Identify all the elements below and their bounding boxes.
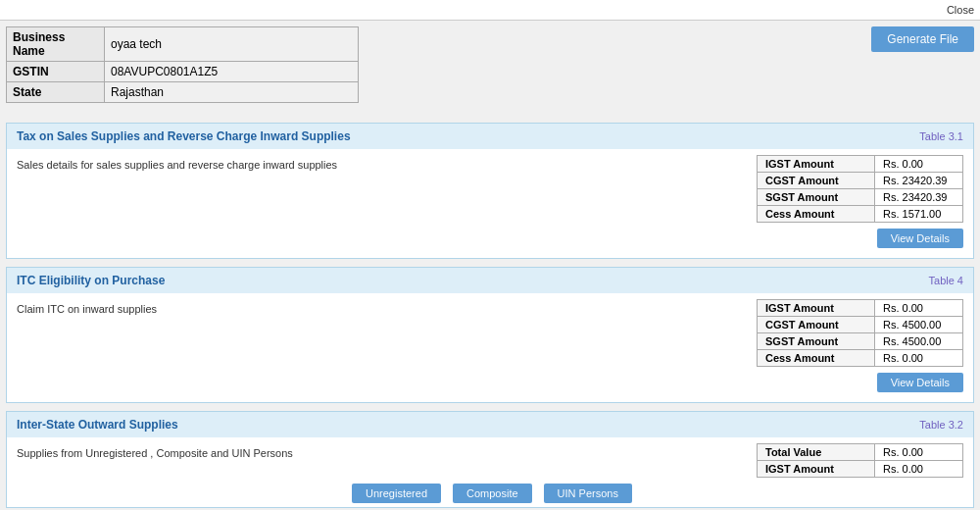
amount-label: SGST Amount (758, 333, 875, 350)
view-details-itc[interactable]: View Details (877, 373, 963, 392)
amount-label: Total Value (758, 444, 875, 461)
biz-label: GSTIN (7, 62, 105, 82)
amount-value: Rs. 0.00 (875, 300, 963, 317)
section-body-inter-state-outward: Supplies from Unregistered , Composite a… (7, 437, 973, 507)
amount-table-inter-state-outward: Total ValueRs. 0.00IGST AmountRs. 0.00 (757, 443, 963, 478)
section-desc-inter-state-outward: Supplies from Unregistered , Composite a… (17, 443, 293, 459)
section-title-inter-state-outward: Inter-State Outward Supplies (17, 418, 178, 432)
section-right-tax-sales: IGST AmountRs. 0.00CGST AmountRs. 23420.… (757, 155, 963, 248)
amount-label: SGST Amount (758, 189, 875, 206)
biz-label: Business Name (7, 27, 105, 62)
amount-label: Cess Amount (758, 206, 875, 223)
amount-value: Rs. 0.00 (875, 444, 963, 461)
amount-value: Rs. 4500.00 (875, 317, 963, 333)
amount-value: Rs. 1571.00 (875, 206, 963, 223)
amount-label: IGST Amount (758, 461, 875, 478)
section-header-itc-eligibility: ITC Eligibility on PurchaseTable 4 (7, 268, 973, 293)
close-button[interactable]: Close (947, 4, 974, 16)
view-details-tax-sales[interactable]: View Details (877, 229, 963, 248)
composite-btn[interactable]: Composite (453, 484, 532, 503)
amount-label: IGST Amount (758, 300, 875, 317)
section-desc-tax-sales: Sales details for sales supplies and rev… (17, 155, 337, 171)
amount-label: CGST Amount (758, 173, 875, 189)
section-right-itc-eligibility: IGST AmountRs. 0.00CGST AmountRs. 4500.0… (757, 299, 963, 392)
biz-label: State (7, 82, 105, 103)
biz-value: oyaa tech (105, 27, 359, 62)
sections-container: Tax on Sales Supplies and Reverse Charge… (6, 123, 974, 510)
section-body-itc-eligibility: Claim ITC on inward suppliesIGST AmountR… (7, 293, 973, 402)
amount-label: IGST Amount (758, 156, 875, 173)
section-itc-eligibility: ITC Eligibility on PurchaseTable 4Claim … (6, 267, 974, 403)
uin-persons-btn[interactable]: UIN Persons (544, 484, 632, 503)
amount-label: Cess Amount (758, 350, 875, 367)
amount-value: Rs. 4500.00 (875, 333, 963, 350)
table-label-itc-eligibility: Table 4 (929, 275, 963, 286)
section-body-tax-sales: Sales details for sales supplies and rev… (7, 149, 973, 258)
section-desc-itc-eligibility: Claim ITC on inward supplies (17, 299, 157, 315)
section-header-tax-sales: Tax on Sales Supplies and Reverse Charge… (7, 124, 973, 149)
amount-value: Rs. 0.00 (875, 350, 963, 367)
buttons-row-inter-state-outward: UnregisteredCompositeUIN Persons (17, 484, 963, 503)
generate-file-button[interactable]: Generate File (871, 26, 974, 52)
table-label-tax-sales: Table 3.1 (919, 130, 963, 142)
amount-value: Rs. 0.00 (875, 156, 963, 173)
biz-value: 08AVUPC0801A1Z5 (105, 62, 359, 82)
business-info-table: Business Nameoyaa techGSTIN08AVUPC0801A1… (6, 26, 359, 103)
header-row: Business Nameoyaa techGSTIN08AVUPC0801A1… (6, 26, 974, 113)
amount-table-tax-sales: IGST AmountRs. 0.00CGST AmountRs. 23420.… (757, 155, 963, 223)
amount-value: Rs. 23420.39 (875, 173, 963, 189)
table-label-inter-state-outward: Table 3.2 (919, 419, 963, 431)
section-title-tax-sales: Tax on Sales Supplies and Reverse Charge… (17, 129, 351, 143)
section-inter-state-outward: Inter-State Outward SuppliesTable 3.2Sup… (6, 411, 974, 508)
section-tax-sales: Tax on Sales Supplies and Reverse Charge… (6, 123, 974, 259)
amount-value: Rs. 0.00 (875, 461, 963, 478)
amount-value: Rs. 23420.39 (875, 189, 963, 206)
amount-label: CGST Amount (758, 317, 875, 333)
unregistered-btn[interactable]: Unregistered (352, 484, 441, 503)
section-header-inter-state-outward: Inter-State Outward SuppliesTable 3.2 (7, 412, 973, 437)
section-title-itc-eligibility: ITC Eligibility on Purchase (17, 274, 165, 287)
biz-value: Rajasthan (105, 82, 359, 103)
amount-table-itc-eligibility: IGST AmountRs. 0.00CGST AmountRs. 4500.0… (757, 299, 963, 367)
